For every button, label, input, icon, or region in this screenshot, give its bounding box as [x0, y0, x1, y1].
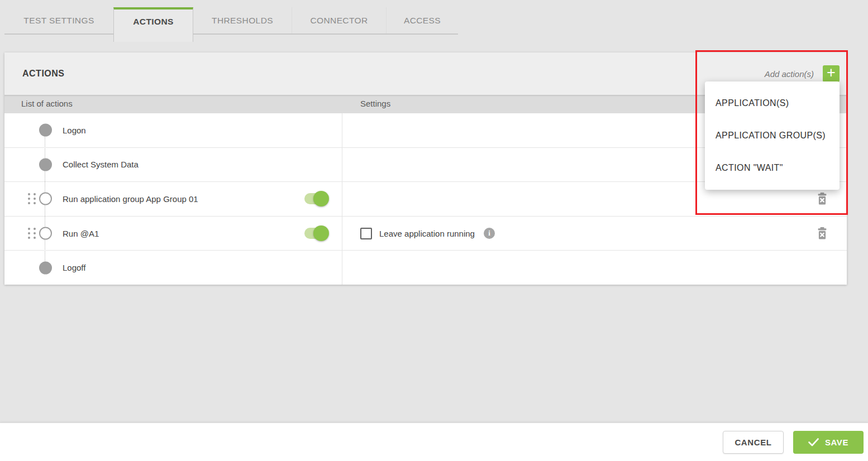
- add-action-label: Add action(s): [765, 69, 814, 79]
- footer-bar: CANCEL SAVE: [0, 422, 868, 461]
- tab-label: ACCESS: [404, 16, 441, 26]
- enable-toggle[interactable]: [304, 228, 325, 239]
- action-cell: Logon: [4, 113, 342, 147]
- add-action-group: Add action(s) +: [765, 65, 840, 82]
- action-cell: Collect System Data: [4, 148, 342, 182]
- step-circle-icon: [39, 227, 52, 240]
- drag-handle-icon[interactable]: [28, 228, 36, 239]
- cancel-button[interactable]: CANCEL: [723, 431, 784, 454]
- menu-item-label: ACTION "WAIT": [716, 163, 783, 173]
- tab-bar: TEST SETTINGS ACTIONS THRESHOLDS CONNECT…: [4, 7, 458, 35]
- step-circle-icon: [39, 124, 52, 137]
- menu-item-action-wait[interactable]: ACTION "WAIT": [705, 152, 840, 184]
- checkbox-label: Leave application running: [379, 229, 475, 238]
- table-row: Logoff: [4, 251, 847, 285]
- action-cell: Run @A1: [4, 217, 342, 251]
- action-label: Collect System Data: [63, 160, 139, 169]
- action-label: Run @A1: [63, 229, 99, 238]
- column-list-of-actions: List of actions: [21, 99, 73, 108]
- tab-label: CONNECTOR: [310, 16, 368, 26]
- step-circle-icon: [39, 261, 52, 274]
- info-glyph: i: [488, 229, 490, 238]
- action-cell: Logoff: [4, 251, 342, 285]
- step-circle-icon: [39, 193, 52, 205]
- menu-item-application-groups[interactable]: APPLICATION GROUP(S): [705, 119, 840, 152]
- tab-thresholds[interactable]: THRESHOLDS: [193, 7, 292, 33]
- drag-handle-icon[interactable]: [28, 193, 36, 204]
- action-cell: Run application group App Group 01: [4, 182, 342, 216]
- action-label: Logon: [63, 126, 86, 135]
- leave-application-running-checkbox[interactable]: [360, 228, 372, 239]
- action-label: Run application group App Group 01: [63, 194, 198, 204]
- settings-cell: Leave application running i: [342, 217, 847, 251]
- trash-icon-graphic: [817, 193, 828, 205]
- menu-item-label: APPLICATION GROUP(S): [716, 131, 826, 141]
- cancel-label: CANCEL: [735, 438, 771, 447]
- add-action-menu: APPLICATION(S) APPLICATION GROUP(S) ACTI…: [705, 81, 840, 190]
- settings-cell: [342, 251, 847, 285]
- table-row: Run @A1 Leave application running i: [4, 217, 847, 251]
- tab-label: TEST SETTINGS: [23, 16, 94, 26]
- tab-label: ACTIONS: [133, 17, 174, 27]
- tab-access[interactable]: ACCESS: [387, 7, 458, 33]
- menu-item-applications[interactable]: APPLICATION(S): [705, 87, 840, 119]
- add-action-button[interactable]: +: [823, 65, 840, 82]
- save-label: SAVE: [825, 438, 848, 447]
- column-settings: Settings: [360, 99, 390, 108]
- enable-toggle[interactable]: [304, 193, 325, 204]
- toggle-knob: [313, 225, 329, 241]
- plus-icon: +: [827, 65, 836, 80]
- trash-icon-graphic: [817, 227, 828, 239]
- trash-icon[interactable]: [817, 227, 828, 239]
- tab-label: THRESHOLDS: [212, 16, 273, 26]
- tab-actions[interactable]: ACTIONS: [113, 7, 193, 42]
- action-label: Logoff: [63, 263, 85, 272]
- check-icon: [808, 438, 819, 446]
- tab-test-settings[interactable]: TEST SETTINGS: [4, 7, 113, 33]
- menu-item-label: APPLICATION(S): [716, 98, 789, 108]
- step-circle-icon: [39, 158, 52, 171]
- info-icon[interactable]: i: [484, 228, 495, 239]
- save-button[interactable]: SAVE: [793, 431, 864, 454]
- tab-connector[interactable]: CONNECTOR: [292, 7, 387, 33]
- trash-icon[interactable]: [817, 193, 828, 205]
- toggle-knob: [313, 191, 329, 207]
- panel-title: ACTIONS: [22, 69, 65, 79]
